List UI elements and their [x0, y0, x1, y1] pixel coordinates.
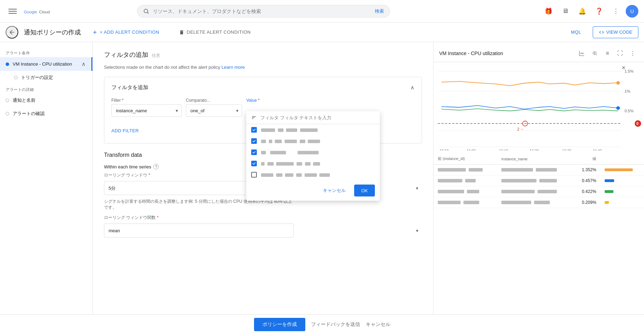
search-icon	[143, 8, 149, 14]
cell-instance-id-2	[434, 175, 497, 186]
zoom-icon	[592, 51, 598, 56]
bell-icon-button[interactable]: 🔔	[575, 4, 589, 18]
sidebar-item-confirm-label: アラートの確認	[13, 111, 87, 117]
filter-lines-icon	[251, 115, 257, 120]
add-filter-button[interactable]: ADD FILTER	[111, 125, 139, 136]
chart-legend-button[interactable]: ≡	[602, 48, 613, 59]
search-button-label[interactable]: 検索	[375, 8, 384, 14]
dropdown-item-1[interactable]	[246, 124, 380, 135]
sidebar: アラート条件 VM Instance - CPU utilization ∧ ト…	[0, 42, 93, 314]
cell-instance-name-4	[497, 197, 573, 208]
cell-bar-3	[600, 186, 644, 197]
back-button[interactable]	[6, 26, 18, 39]
chart-close-button[interactable]: ✕	[622, 65, 626, 71]
svg-text:16:20: 16:20	[530, 149, 539, 151]
hamburger-icon	[8, 7, 17, 15]
filter-box-header: フィルタを追加 ∧	[111, 84, 415, 91]
chart-more-button[interactable]: ⋮	[627, 48, 638, 59]
item-4-label	[261, 161, 375, 166]
item-3-label	[261, 150, 375, 155]
dropdown-item-4[interactable]	[246, 158, 380, 169]
chart-zoom-button[interactable]	[589, 48, 600, 59]
mql-button[interactable]: MQL	[565, 27, 587, 38]
svg-text:1%: 1%	[625, 89, 630, 93]
add-alert-condition-button[interactable]: + ADD ALERT CONDITION	[86, 27, 165, 38]
svg-text:Google: Google	[24, 9, 37, 14]
dropdown-item-2[interactable]	[246, 135, 380, 147]
comparator-select[interactable]: one_of	[186, 104, 242, 117]
hamburger-menu-button[interactable]	[6, 4, 20, 18]
sidebar-item-confirm[interactable]: アラートの確認	[0, 107, 92, 120]
table-header: 前 (instance_id) instance_name 値	[434, 153, 644, 165]
filter-add-header: フィルタの追加 任意	[104, 51, 422, 59]
gift-icon-button[interactable]: 🎁	[541, 4, 555, 18]
cell-instance-id-1	[434, 165, 497, 175]
svg-point-10	[616, 81, 620, 85]
table-row: 0.457%	[434, 175, 644, 186]
code-icon	[599, 29, 604, 35]
bar-2	[605, 179, 614, 182]
dropdown-search-input[interactable]	[260, 115, 375, 120]
more-options-button[interactable]: ⋮	[609, 4, 623, 18]
dropdown-cancel-button[interactable]: キャンセル	[319, 185, 350, 196]
sidebar-item-vm-label: VM Instance - CPU utilization	[13, 61, 78, 67]
search-input[interactable]	[153, 8, 371, 14]
checkbox-5[interactable]	[251, 172, 257, 178]
learn-more-link[interactable]: Learn more	[221, 65, 245, 70]
sidebar-item-trigger-label: トリガーの設定	[21, 74, 87, 81]
item-1-label	[261, 127, 375, 133]
nav-icons: 🎁 🖥 🔔 ❓ ⋮ U	[541, 4, 638, 18]
value-dropdown: キャンセル OK	[246, 111, 380, 201]
filter-add-section: フィルタを追加 ∧ Filter * instance_name	[104, 77, 422, 143]
checkbox-1[interactable]	[251, 127, 257, 133]
filter-select[interactable]: instance_name	[111, 104, 182, 117]
search-bar[interactable]: 検索	[137, 5, 390, 18]
checkbox-3[interactable]	[251, 149, 257, 155]
col-header-value: 値	[573, 153, 600, 165]
cell-bar-4	[600, 197, 644, 208]
data-table-container: 前 (instance_id) instance_name 値	[434, 153, 644, 208]
chart-header: VM Instance - CPU utilization ≡ ⛶ ⋮	[434, 42, 644, 62]
filter-add-title: フィルタの追加 任意	[104, 51, 160, 59]
sidebar-item-vm-instance[interactable]: VM Instance - CPU utilization ∧	[0, 57, 92, 71]
right-panel: VM Instance - CPU utilization ≡ ⛶ ⋮	[433, 42, 644, 314]
checkbox-4[interactable]	[251, 161, 257, 166]
google-cloud-logo[interactable]: Google Cloud	[24, 6, 59, 17]
view-code-button[interactable]: VIEW CODE	[593, 26, 638, 38]
value-label: Value *	[246, 98, 331, 103]
table-row: 0.209%	[434, 197, 644, 208]
dropdown-ok-button[interactable]: OK	[354, 185, 375, 196]
monitor-icon-button[interactable]: 🖥	[558, 4, 572, 18]
user-avatar[interactable]: U	[626, 5, 638, 18]
comparator-select-wrapper: one_of	[186, 104, 242, 117]
create-policy-button[interactable]: ポリシーを作成	[254, 318, 305, 331]
collapse-filter-button[interactable]: ∧	[410, 84, 415, 91]
bottom-bar: ポリシーを作成 フィードバックを送信 キャンセル	[0, 314, 644, 334]
rolling-function-select[interactable]: mean	[104, 223, 294, 238]
cell-value-4: 0.209%	[573, 197, 600, 208]
dropdown-search-row	[246, 111, 380, 124]
svg-text:16:00: 16:00	[467, 149, 476, 151]
cell-instance-id-3	[434, 186, 497, 197]
sidebar-dot-confirm	[6, 112, 9, 115]
sidebar-item-notification[interactable]: 通知と名前	[0, 94, 92, 107]
cell-instance-name-1	[497, 165, 573, 175]
within-help-icon[interactable]: ?	[153, 164, 159, 169]
filter-field-group: Filter * instance_name	[111, 98, 182, 117]
sidebar-item-trigger[interactable]: トリガーの設定	[0, 71, 92, 84]
svg-text:16:30: 16:30	[562, 149, 571, 151]
col-header-instance-id: 前 (instance_id)	[434, 153, 497, 165]
dropdown-item-5[interactable]	[246, 169, 380, 180]
sidebar-item-notification-label: 通知と名前	[13, 97, 87, 103]
feedback-button[interactable]: フィードバックを送信	[311, 321, 360, 328]
cancel-button[interactable]: キャンセル	[366, 321, 390, 328]
checkbox-2[interactable]	[251, 138, 257, 144]
help-icon-button[interactable]: ❓	[592, 4, 606, 18]
top-navigation: Google Cloud 検索 🎁 🖥 🔔 ❓ ⋮ U	[0, 0, 644, 22]
filter-label: Filter *	[111, 98, 182, 103]
chart-fullscreen-button[interactable]: ⛶	[614, 48, 626, 59]
comparator-field-group: Comparato... one_of	[186, 98, 242, 117]
delete-alert-condition-button[interactable]: DELETE ALERT CONDITION	[173, 27, 256, 38]
dropdown-item-3[interactable]	[246, 147, 380, 158]
subheader: 通知ポリシーの作成 + ADD ALERT CONDITION DELETE A…	[0, 22, 644, 42]
